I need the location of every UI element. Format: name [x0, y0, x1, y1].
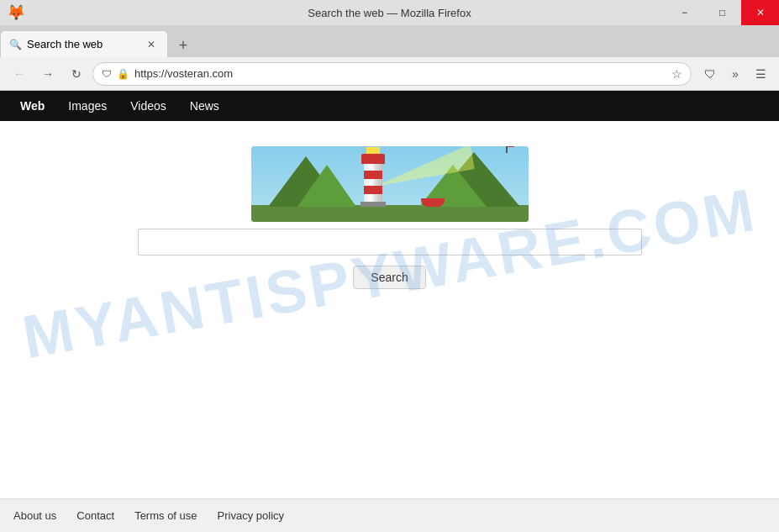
tab-search-icon: 🔍	[9, 39, 22, 50]
shield-icon: 🛡	[102, 68, 112, 80]
footer: About us Contact Terms of use Privacy po…	[0, 498, 779, 532]
lighthouse-top	[361, 154, 385, 164]
titlebar-controls: − □ ✕	[666, 0, 779, 25]
lighthouse-body	[364, 164, 382, 202]
search-button[interactable]: Search	[353, 266, 425, 289]
menu-button[interactable]: ☰	[749, 62, 772, 86]
nav-videos[interactable]: Videos	[120, 94, 176, 118]
footer-terms[interactable]: Terms of use	[134, 509, 197, 522]
footer-privacy[interactable]: Privacy policy	[218, 509, 284, 522]
lock-icon: 🔒	[117, 68, 129, 80]
titlebar: 🦊 Search the web — Mozilla Firefox − □ ✕	[0, 0, 779, 25]
new-tab-button[interactable]: +	[171, 34, 195, 57]
active-tab[interactable]: 🔍 Search the web ✕	[0, 30, 168, 57]
lighthouse-stripes	[364, 164, 382, 202]
forward-button[interactable]: →	[35, 62, 61, 86]
lighthouse	[361, 147, 386, 207]
search-input[interactable]	[138, 229, 642, 255]
lighthouse-base	[361, 202, 386, 207]
stripe-1	[364, 171, 382, 179]
maximize-button[interactable]: □	[703, 0, 741, 25]
reload-button[interactable]: ↻	[64, 62, 89, 86]
tab-close-button[interactable]: ✕	[144, 37, 159, 52]
nav-extras: 🛡 » ☰	[698, 62, 772, 86]
address-bar[interactable]: 🛡 🔒 https://vosteran.com ☆	[92, 62, 692, 86]
main-content: MYANTISPYWARE.COM	[0, 121, 779, 482]
tab-label: Search the web	[27, 38, 139, 50]
flag-pole	[506, 146, 508, 153]
ground	[251, 205, 529, 222]
lighthouse-light	[366, 147, 380, 154]
search-box-container: Search	[138, 229, 642, 289]
shield-extra-button[interactable]: 🛡	[698, 62, 722, 86]
flag-flag	[508, 146, 514, 147]
search-navigation: Web Images Videos News	[0, 91, 779, 121]
mountain-left2	[297, 165, 356, 207]
titlebar-text: Search the web — Mozilla Firefox	[308, 7, 471, 19]
bookmark-star-icon[interactable]: ☆	[671, 67, 682, 81]
footer-contact[interactable]: Contact	[76, 509, 114, 522]
footer-about-us[interactable]: About us	[13, 509, 56, 522]
boat	[421, 198, 445, 207]
nav-web[interactable]: Web	[10, 94, 55, 118]
nav-news[interactable]: News	[180, 94, 229, 118]
back-button[interactable]: ←	[7, 62, 32, 86]
more-tools-button[interactable]: »	[724, 62, 747, 86]
close-button[interactable]: ✕	[741, 0, 779, 25]
minimize-button[interactable]: −	[666, 0, 703, 25]
flag	[506, 146, 508, 153]
firefox-logo: 🦊	[7, 3, 25, 22]
navbar: ← → ↻ 🛡 🔒 https://vosteran.com ☆ 🛡 » ☰	[0, 57, 779, 91]
url-text: https://vosteran.com	[134, 67, 666, 80]
tabbar: 🔍 Search the web ✕ +	[0, 25, 779, 57]
stripe-2	[364, 186, 382, 194]
nav-images[interactable]: Images	[58, 94, 117, 118]
hero-illustration	[251, 146, 529, 222]
